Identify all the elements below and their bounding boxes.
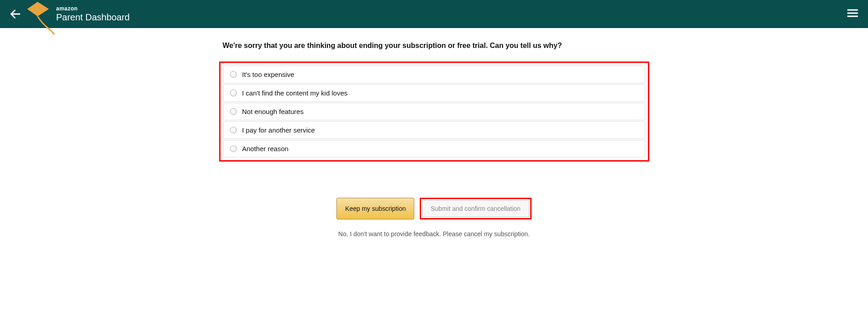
header: amazon Parent Dashboard (0, 0, 868, 28)
reason-option-too-expensive[interactable]: It's too expensive (223, 66, 645, 83)
option-label: Another reason (242, 145, 289, 152)
option-label: I can't find the content my kid loves (242, 89, 348, 97)
reason-option-pay-another-service[interactable]: I pay for another service (223, 121, 645, 139)
logo-text: amazon Parent Dashboard (56, 5, 129, 23)
kite-icon (26, 1, 58, 39)
submit-cancellation-button[interactable]: Submit and confirm cancellation (422, 200, 529, 217)
header-left: amazon Parent Dashboard (9, 5, 129, 23)
radio-icon (230, 71, 237, 78)
main-content: We're sorry that you are thinking about … (219, 28, 649, 251)
reason-options-group: It's too expensive I can't find the cont… (219, 62, 649, 162)
hamburger-menu-icon[interactable] (846, 7, 859, 21)
skip-feedback-link[interactable]: No, I don't want to provide feedback. Pl… (219, 230, 649, 238)
logo[interactable]: amazon Parent Dashboard (29, 5, 129, 23)
option-label: Not enough features (242, 108, 304, 115)
radio-icon (230, 90, 237, 96)
action-buttons: Keep my subscription Submit and confirm … (219, 198, 649, 219)
option-label: I pay for another service (242, 126, 315, 134)
keep-subscription-button[interactable]: Keep my subscription (336, 198, 414, 219)
reason-option-not-enough-features[interactable]: Not enough features (223, 103, 645, 120)
reason-option-cant-find-content[interactable]: I can't find the content my kid loves (223, 84, 645, 102)
radio-icon (230, 108, 237, 115)
back-arrow-icon[interactable] (9, 8, 22, 20)
logo-brand-top: amazon (56, 5, 129, 12)
reason-option-another-reason[interactable]: Another reason (223, 140, 645, 157)
svg-marker-1 (27, 2, 49, 16)
submit-button-highlight: Submit and confirm cancellation (420, 198, 531, 219)
radio-icon (230, 145, 237, 152)
radio-icon (230, 127, 237, 133)
logo-brand-bottom: Parent Dashboard (56, 12, 129, 23)
prompt-text: We're sorry that you are thinking about … (219, 42, 649, 50)
option-label: It's too expensive (242, 71, 294, 78)
